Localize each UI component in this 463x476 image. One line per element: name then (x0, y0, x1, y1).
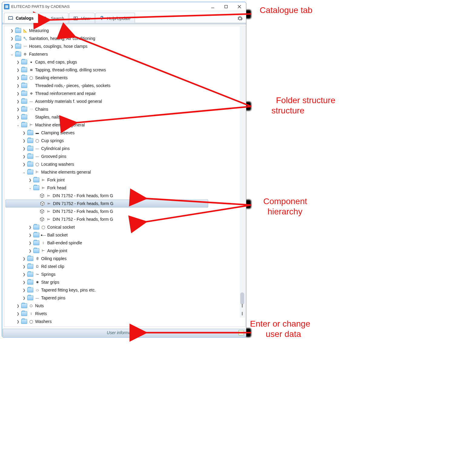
folder-icon (27, 154, 33, 159)
staple-icon (28, 115, 34, 119)
search-icon (43, 16, 48, 21)
tab-view[interactable]: View (69, 13, 94, 23)
ball-icon: ●— (41, 233, 46, 237)
annotation-folder-structure-1: Folder structure (276, 96, 335, 105)
tab-label: Catalogs (16, 16, 34, 21)
tree-item-locating-washers[interactable]: ❯◯Locating washers (5, 160, 245, 168)
tree-item-tapered-keys[interactable]: ❯⬭Tapered fitting keys, pins etc. (5, 286, 245, 294)
app-icon: ▤ (4, 4, 9, 9)
ring-icon: ◯ (28, 76, 34, 80)
tree-item-fasteners[interactable]: ⌄⚙Fasteners (5, 50, 245, 58)
svg-point-4 (44, 17, 46, 19)
folder-icon (27, 146, 33, 151)
tree-item-springs[interactable]: ❯〜Springs (5, 270, 245, 278)
tree-item-grooved-pins[interactable]: ❯—Grooved pins (5, 152, 245, 160)
tree-item-tapping[interactable]: ❯〓Tapping, thread-rolling, drilling scre… (5, 66, 245, 74)
gear-icon[interactable] (237, 15, 243, 21)
tab-strip: Catalogs Search View ? Help/Update (2, 11, 246, 24)
folder-icon (27, 288, 33, 292)
plumbing-icon: 🔧 (22, 36, 28, 41)
tree-item-staples[interactable]: ❯ Staples, nails (5, 113, 245, 121)
part-icon (39, 217, 45, 222)
ring-icon: ◯ (28, 319, 34, 324)
svg-rect-1 (225, 5, 228, 8)
tree-part-din-2-selected[interactable]: ⊨DIN 71752 - Fork heads, form G (5, 200, 208, 207)
tree-part-din-3[interactable]: ⊨DIN 71752 - Fork heads, form G (5, 207, 245, 215)
rivet-icon: ⟟ (28, 311, 34, 316)
vertical-scrollbar[interactable] (240, 26, 245, 318)
annotation-folder-structure-2: structure (271, 106, 304, 116)
tree-item-cyl-pins[interactable]: ❯—Cylindrical pins (5, 145, 245, 152)
minimize-button[interactable] (206, 2, 219, 11)
tab-catalogs[interactable]: Catalogs (4, 13, 38, 23)
tree-item-chains[interactable]: ❯⋯Chains (5, 105, 245, 113)
tree-item-ball-spindle[interactable]: ❯⟟Ball-ended spindle (5, 239, 245, 247)
machine-icon: ⊢ (34, 170, 40, 174)
folder-icon (21, 303, 27, 308)
tree-item-threaded-rods[interactable]: ❯ Threaded rods,- pieces, -plates, socke… (5, 82, 245, 90)
tree-item-nuts[interactable]: ❯⬡Nuts (5, 302, 245, 310)
folder-icon (27, 162, 33, 167)
tree-item-fork-joint[interactable]: ❯⊨Fork joint (5, 176, 245, 184)
tab-search[interactable]: Search (39, 13, 68, 23)
folder-icon (15, 28, 21, 33)
window-title: ELITECAD PARTS by CADENAS (11, 4, 206, 9)
fastener-icon: ⚙ (22, 52, 28, 56)
folder-icon (21, 75, 27, 80)
user-icon (238, 330, 244, 335)
tree-item-angle-joint[interactable]: ❯⊢Angle-joint (5, 247, 245, 255)
annotation-user-data-2: user data (266, 329, 301, 339)
help-icon: ? (99, 16, 105, 21)
folder-icon (21, 99, 27, 104)
tree-item-oiling[interactable]: ❯🛢Oiling nipples (5, 255, 245, 262)
tree-part-din-4[interactable]: ⊨DIN 71752 - Fork heads, form G (5, 215, 245, 223)
folder-icon (21, 122, 27, 127)
annotation-component-1: Component (263, 197, 307, 206)
folder-icon (21, 67, 27, 72)
reinf-icon: ❉ (28, 91, 34, 96)
folder-icon (27, 264, 33, 269)
tree-container: ❯📐Measuring ❯🔧Sanitation, heating, Air c… (2, 24, 246, 328)
star-icon: ✱ (34, 280, 40, 284)
pin-icon: — (34, 154, 40, 158)
folder-icon (27, 272, 33, 277)
chain-icon: ⋯ (28, 107, 34, 111)
tree-item-washers[interactable]: ❯◯Washers (5, 318, 245, 325)
tree-item-tapered-pins[interactable]: ❯—Tapered pins (5, 294, 245, 302)
pin-icon: — (34, 296, 40, 300)
tree-item-hoses[interactable]: ❯〰Hoses, couplings, hose clamps (5, 42, 245, 50)
tree-item-machine-elements[interactable]: ⌄⊢Machine elements general (5, 121, 245, 129)
tree-item-measuring[interactable]: ❯📐Measuring (5, 27, 245, 34)
user-information-label: User information... (107, 330, 141, 335)
tree-item-rivets[interactable]: ❯⟟Rivets (5, 310, 245, 318)
tree-item-sealing[interactable]: ❯◯Sealing elements (5, 74, 245, 82)
tree-item-clamping[interactable]: ❯▬Clamping sleeves (5, 129, 245, 137)
clip-icon: Ω (34, 264, 40, 269)
tree-item-thread-reinforcement[interactable]: ❯❉Thread reinforcement and repair (5, 90, 245, 97)
sleeve-icon: ▬ (34, 131, 40, 135)
user-information-button[interactable]: User information... (3, 329, 245, 337)
layout-icon (73, 16, 78, 21)
hose-icon: 〰 (22, 44, 28, 48)
spindle-icon: ⟟ (41, 241, 46, 245)
tree-item-fork-head[interactable]: ⌄⊨Fork head (5, 184, 245, 192)
tree-item-rd-steel[interactable]: ❯ΩRd steel clip (5, 262, 245, 270)
tree-item-cup-springs[interactable]: ❯◯Cup springs (5, 137, 245, 145)
scroll-thumb[interactable] (240, 292, 244, 305)
tree-item-assembly-wood[interactable]: ❯—Assembly materials f. wood general (5, 97, 245, 105)
tab-help[interactable]: ? Help/Update (95, 13, 135, 23)
part-icon (40, 201, 45, 206)
fork-icon: ⊨ (46, 201, 52, 206)
close-button[interactable] (233, 2, 246, 11)
tree-item-star-grips[interactable]: ❯✱Star grips (5, 278, 245, 286)
title-bar[interactable]: ▤ ELITECAD PARTS by CADENAS (2, 2, 246, 11)
tree-item-caps[interactable]: ❯●Caps, end caps, plugs (5, 58, 245, 66)
maximize-button[interactable] (219, 2, 233, 11)
tree-item-sanitation[interactable]: ❯🔧Sanitation, heating, Air conditioning (5, 34, 245, 42)
fork-icon: ⊨ (46, 217, 51, 221)
tree-part-din-1[interactable]: ⊨DIN 71752 - Fork heads, form G (5, 192, 245, 200)
tree-item-machine-elements-2[interactable]: ⌄⊢Machine elements general (5, 168, 245, 176)
tree-item-conical[interactable]: ❯◯Conical socket (5, 223, 245, 231)
tree-item-ball-socket[interactable]: ❯●—Ball socket (5, 231, 245, 239)
ring-icon: ◯ (41, 225, 46, 229)
